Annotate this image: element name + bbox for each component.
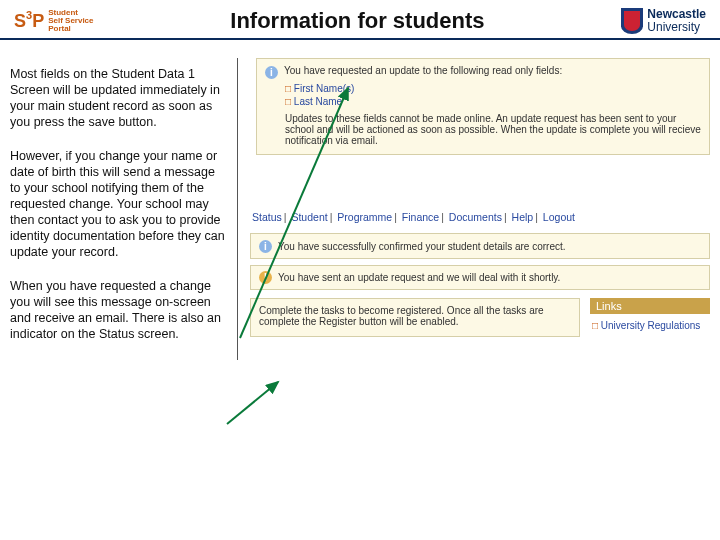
link-university-regulations[interactable]: University Regulations bbox=[592, 320, 708, 331]
nav-documents[interactable]: Documents bbox=[449, 211, 502, 223]
confirm-details-message: i You have successfully confirmed your s… bbox=[250, 233, 710, 259]
s3p-logo-text: Student Self Service Portal bbox=[48, 9, 93, 34]
nav-status[interactable]: Status bbox=[252, 211, 282, 223]
uni-name-bottom: University bbox=[647, 21, 706, 34]
nav-logout[interactable]: Logout bbox=[543, 211, 575, 223]
nav-help[interactable]: Help bbox=[512, 211, 534, 223]
update-sent-text: You have sent an update request and we w… bbox=[278, 272, 560, 283]
warning-icon: ! bbox=[259, 271, 272, 284]
info-icon: i bbox=[259, 240, 272, 253]
update-sent-message: ! You have sent an update request and we… bbox=[250, 265, 710, 290]
update-note-text: Updates to these fields cannot be made o… bbox=[285, 113, 701, 146]
arrow-to-status-indicator bbox=[222, 376, 292, 426]
info-icon: i bbox=[265, 66, 278, 79]
page-header: S3P Student Self Service Portal Informat… bbox=[0, 0, 720, 40]
register-instruction-box: Complete the tasks to become registered.… bbox=[250, 298, 580, 337]
paragraph-2: However, if you change your name or date… bbox=[10, 148, 227, 260]
page-title: Information for students bbox=[94, 8, 622, 34]
paragraph-1: Most fields on the Student Data 1 Screen… bbox=[10, 66, 227, 130]
field-last-name: Last Name bbox=[285, 96, 701, 107]
shield-icon bbox=[621, 8, 643, 34]
confirm-text: You have successfully confirmed your stu… bbox=[278, 241, 566, 252]
paragraph-3: When you have requested a change you wil… bbox=[10, 278, 227, 342]
newcastle-logo: Newcastle University bbox=[621, 8, 706, 34]
svg-line-1 bbox=[227, 382, 278, 424]
nav-student[interactable]: Student bbox=[291, 211, 327, 223]
portal-nav-bar: Status| Student| Programme| Finance| Doc… bbox=[250, 207, 710, 227]
s3p-line3: Portal bbox=[48, 25, 93, 33]
nav-programme[interactable]: Programme bbox=[337, 211, 392, 223]
links-header: Links bbox=[590, 298, 710, 314]
field-first-name: First Name(s) bbox=[285, 83, 701, 94]
register-text: Complete the tasks to become registered.… bbox=[259, 305, 544, 327]
update-request-message-box: i You have requested an update to the fo… bbox=[256, 58, 710, 155]
screenshot-column: i You have requested an update to the fo… bbox=[250, 58, 710, 360]
update-lead-text: You have requested an update to the foll… bbox=[284, 65, 562, 76]
links-panel: Links University Regulations bbox=[590, 298, 710, 337]
s3p-logo: S3P Student Self Service Portal bbox=[14, 9, 94, 34]
nav-finance[interactable]: Finance bbox=[402, 211, 439, 223]
explanatory-text-column: Most fields on the Student Data 1 Screen… bbox=[10, 58, 238, 360]
s3p-mark: S3P bbox=[14, 11, 44, 32]
